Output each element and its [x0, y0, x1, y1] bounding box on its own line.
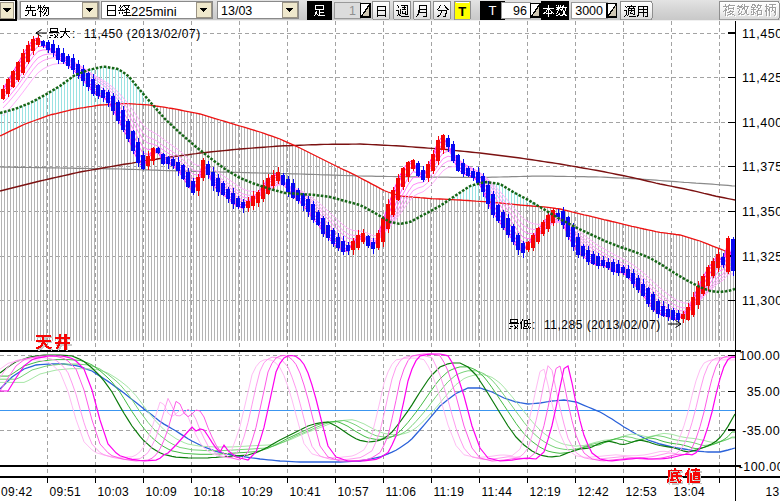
- svg-text:12:53: 12:53: [626, 485, 658, 499]
- svg-text:11,450 (2013/02/07): 11,450 (2013/02/07): [84, 27, 201, 41]
- svg-text::: :: [72, 27, 75, 41]
- svg-text:10:57: 10:57: [338, 485, 370, 499]
- svg-text:12:42: 12:42: [578, 485, 610, 499]
- svg-text:35.00: 35.00: [747, 385, 780, 399]
- svg-text:T: T: [489, 3, 497, 18]
- svg-text::: :: [532, 318, 535, 332]
- svg-text:3000: 3000: [575, 4, 603, 18]
- svg-text:12:19: 12:19: [530, 485, 562, 499]
- svg-text:11,325: 11,325: [742, 250, 780, 264]
- svg-text:11,350: 11,350: [742, 205, 780, 219]
- svg-text:11:44: 11:44: [482, 485, 513, 499]
- svg-text:11,425: 11,425: [742, 71, 780, 85]
- svg-text:11:19: 11:19: [434, 485, 465, 499]
- svg-text:09:42: 09:42: [1, 485, 33, 499]
- svg-text:96: 96: [513, 4, 527, 18]
- svg-text:225mini: 225mini: [131, 4, 177, 19]
- svg-text:10:09: 10:09: [146, 485, 178, 499]
- svg-text:100.00: 100.00: [739, 349, 780, 363]
- svg-text:1: 1: [349, 4, 356, 18]
- svg-text:10:18: 10:18: [194, 485, 226, 499]
- svg-text:11:06: 11:06: [386, 485, 417, 499]
- svg-text:10:03: 10:03: [98, 485, 130, 499]
- svg-text:11,285 (2013/02/07): 11,285 (2013/02/07): [544, 318, 661, 332]
- svg-text:11,400: 11,400: [742, 116, 780, 130]
- svg-text:T: T: [458, 4, 466, 19]
- svg-text:13:04: 13:04: [674, 485, 706, 499]
- svg-text:11,300: 11,300: [742, 294, 780, 308]
- svg-text:-100.00: -100.00: [739, 460, 780, 474]
- svg-text:13/03: 13/03: [221, 4, 252, 18]
- svg-text:10:41: 10:41: [290, 485, 322, 499]
- svg-text:11,450: 11,450: [742, 27, 780, 41]
- svg-text:10:29: 10:29: [242, 485, 274, 499]
- svg-text:09:51: 09:51: [50, 485, 82, 499]
- svg-text:13:16: 13:16: [766, 485, 780, 499]
- svg-text:-35.00: -35.00: [742, 424, 780, 438]
- svg-text:11,375: 11,375: [742, 160, 780, 174]
